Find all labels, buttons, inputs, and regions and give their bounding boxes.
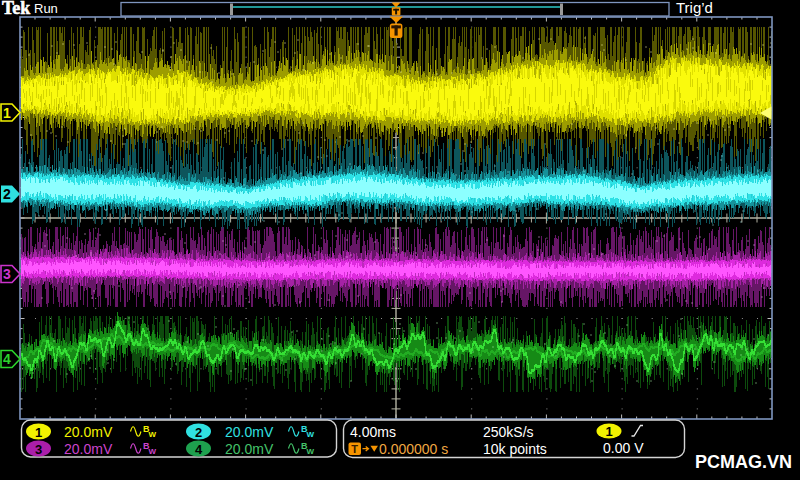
svg-text:W: W xyxy=(149,430,157,439)
svg-text:2: 2 xyxy=(195,425,202,440)
svg-text:0.00 V: 0.00 V xyxy=(603,440,644,456)
svg-text:20.0mV: 20.0mV xyxy=(64,441,113,457)
svg-text:W: W xyxy=(149,447,157,456)
svg-text:1: 1 xyxy=(605,424,612,439)
svg-text:W: W xyxy=(307,447,315,456)
svg-text:2: 2 xyxy=(3,186,11,202)
svg-text:Trig’d: Trig’d xyxy=(676,0,713,16)
svg-text:250kS/s: 250kS/s xyxy=(483,424,534,440)
svg-text:PCMAG.VN: PCMAG.VN xyxy=(695,452,792,472)
svg-text:1: 1 xyxy=(3,105,11,121)
svg-text:1: 1 xyxy=(35,425,42,440)
svg-text:4.00ms: 4.00ms xyxy=(350,424,396,440)
svg-text:20.0mV: 20.0mV xyxy=(225,424,274,440)
svg-text:20.0mV: 20.0mV xyxy=(64,424,113,440)
svg-text:4: 4 xyxy=(195,442,203,457)
svg-text:Run: Run xyxy=(34,1,58,16)
svg-text:0.000000 s: 0.000000 s xyxy=(379,441,448,457)
svg-text:3: 3 xyxy=(3,266,11,282)
svg-text:T: T xyxy=(351,443,358,455)
svg-text:10k points: 10k points xyxy=(483,441,547,457)
svg-text:20.0mV: 20.0mV xyxy=(225,441,274,457)
svg-text:Tek: Tek xyxy=(2,0,30,18)
svg-text:3: 3 xyxy=(35,442,42,457)
svg-text:4: 4 xyxy=(3,351,11,367)
svg-text:W: W xyxy=(307,430,315,439)
